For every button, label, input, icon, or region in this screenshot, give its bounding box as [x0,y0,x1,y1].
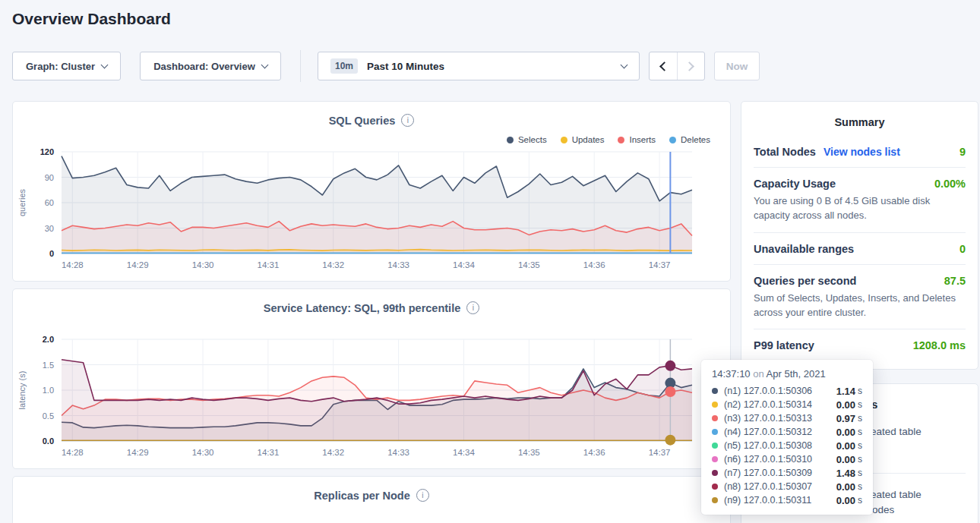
tooltip-node-value: 1.48 [836,468,855,479]
tooltip-timestamp: 14:37:10 on Apr 5th, 2021 [712,368,862,380]
chart-title-service-latency: Service Latency: SQL, 99th percentile [264,302,461,314]
dashboard-dropdown[interactable]: Dashboard: Overview [140,52,281,80]
legend-label: Selects [518,135,547,144]
series-dot-icon [712,415,718,421]
sql-queries-legend: SelectsUpdatesInsertsDeletes [507,135,710,144]
tooltip-node-unit: s [858,468,862,478]
graph-dropdown[interactable]: Graph: Cluster [12,52,121,80]
tooltip-node-label: (n2) 127.0.0.1:50314 [724,399,836,410]
sql-queries-chart-plot[interactable]: 030609012014:2814:2914:3014:3114:3214:33… [13,147,732,276]
tooltip-node-label: (n8) 127.0.0.1:50307 [724,481,836,492]
tooltip-node-row: (n2) 127.0.0.1:503140.00s [712,398,862,411]
tooltip-node-row: (n9) 127.0.0.1:503110.00s [712,493,862,507]
legend-item-deletes[interactable]: Deletes [669,135,710,144]
svg-text:0: 0 [49,249,54,258]
svg-text:14:30: 14:30 [192,260,214,269]
summary-item-value: 87.5 [944,275,966,287]
chart-title-replicas-per-node: Replicas per Node [314,490,410,502]
svg-text:14:30: 14:30 [192,448,214,457]
svg-text:120: 120 [40,147,54,156]
toolbar-divider [300,50,301,82]
event-item: eated table [871,426,922,437]
legend-label: Updates [572,135,605,144]
summary-item-value: 9 [959,146,966,158]
legend-label: Deletes [681,135,710,144]
tooltip-node-unit: s [858,495,862,506]
summary-item: Total NodesView nodes list9 [754,136,966,168]
series-dot-icon [712,443,718,449]
series-dot-icon [712,456,718,462]
time-range-label: Past 10 Minutes [367,61,612,72]
summary-panel: Summary Total NodesView nodes list9Capac… [741,101,978,370]
summary-item: Capacity Usage0.00%You are using 0 B of … [754,168,966,233]
tooltip-node-value: 0.00 [836,440,855,452]
legend-item-selects[interactable]: Selects [507,135,547,144]
tooltip-node-value: 0.00 [836,399,855,411]
legend-dot-icon [507,137,514,143]
chevron-down-icon [101,61,109,68]
tooltip-node-row: (n6) 127.0.0.1:503100.00s [712,452,862,466]
time-range-badge: 10m [330,58,358,74]
svg-text:latency (s): latency (s) [17,371,27,410]
tooltip-node-unit: s [858,454,862,465]
now-button[interactable]: Now [714,52,760,80]
svg-text:90: 90 [45,173,54,182]
svg-text:14:37: 14:37 [649,448,671,457]
tooltip-node-row: (n3) 127.0.0.1:503130.97s [712,411,862,425]
summary-item-label: Capacity Usage [754,178,836,190]
svg-text:14:37: 14:37 [649,260,671,269]
tooltip-node-unit: s [858,386,862,396]
time-prev-button[interactable] [650,52,677,80]
tooltip-node-row: (n4) 127.0.0.1:503120.00s [712,425,862,439]
series-dot-icon [712,497,718,503]
series-dot-icon [712,429,718,435]
svg-text:14:31: 14:31 [258,260,280,269]
graph-dropdown-label: Graph: Cluster [26,61,95,72]
tooltip-node-unit: s [858,481,862,492]
info-icon[interactable] [466,301,479,314]
service-latency-chart-card: Service Latency: SQL, 99th percentile 0.… [12,288,731,469]
summary-item: Queries per second87.5Sum of Selects, Up… [754,265,966,330]
svg-text:queries: queries [17,188,27,216]
now-button-label: Now [726,61,748,72]
service-latency-chart-plot[interactable]: 0.00.51.01.52.014:2814:2914:3014:3114:32… [13,335,732,464]
series-dot-icon [712,388,718,394]
summary-item: Unavailable ranges0 [754,233,966,265]
time-range-dropdown[interactable]: 10m Past 10 Minutes [318,52,640,80]
legend-item-inserts[interactable]: Inserts [618,135,656,144]
svg-text:14:31: 14:31 [258,448,280,457]
event-item: eated table [871,489,922,500]
legend-item-updates[interactable]: Updates [561,135,605,144]
tooltip-node-row: (n5) 127.0.0.1:503080.00s [712,439,862,452]
tooltip-node-label: (n6) 127.0.0.1:50310 [724,454,836,465]
summary-item-label: Total Nodes [754,146,816,158]
svg-text:14:36: 14:36 [583,260,605,269]
svg-text:14:33: 14:33 [387,260,409,269]
svg-text:60: 60 [45,198,54,207]
legend-label: Inserts [629,135,656,144]
event-item: odes [872,504,894,515]
svg-text:14:29: 14:29 [127,448,149,457]
summary-item-value: 0 [959,243,966,255]
summary-item-label: Unavailable ranges [754,243,854,255]
series-dot-icon [712,484,718,490]
page-title: Overview Dashboard [12,10,171,28]
svg-text:1.5: 1.5 [43,361,54,370]
svg-text:14:33: 14:33 [387,448,409,457]
svg-text:30: 30 [45,224,54,233]
info-icon[interactable] [401,114,414,127]
legend-dot-icon [618,137,624,143]
summary-item: P99 latency1208.0 ms [754,329,966,361]
summary-item-value: 0.00% [934,178,966,190]
tooltip-node-unit: s [858,427,862,437]
svg-text:0.0: 0.0 [43,436,54,446]
view-nodes-list-link[interactable]: View nodes list [824,146,900,158]
svg-text:2.0: 2.0 [43,335,54,344]
tooltip-node-label: (n9) 127.0.0.1:50311 [724,495,836,506]
tooltip-node-label: (n5) 127.0.0.1:50308 [724,440,836,451]
svg-text:14:35: 14:35 [518,448,540,457]
time-next-button[interactable] [677,52,705,80]
time-nav-group [649,52,705,80]
info-icon[interactable] [416,489,429,502]
svg-text:14:34: 14:34 [453,260,475,269]
